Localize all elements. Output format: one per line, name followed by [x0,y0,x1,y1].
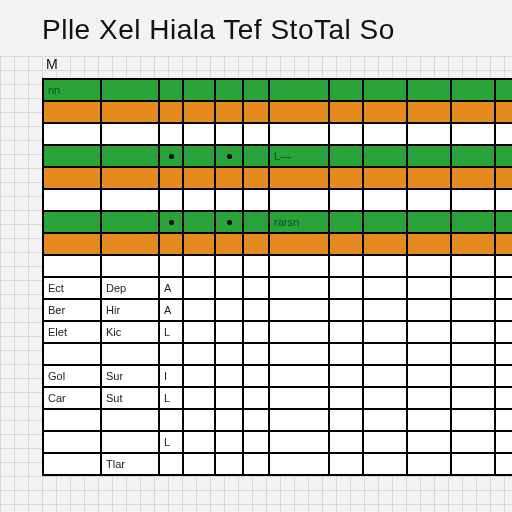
cell[interactable] [364,124,408,146]
cell[interactable] [452,278,496,300]
cell[interactable] [160,344,184,366]
cell[interactable] [44,454,102,476]
cell[interactable]: rarsn [270,212,330,234]
cell[interactable] [330,322,364,344]
table-row[interactable] [44,410,512,432]
cell[interactable] [330,344,364,366]
cell[interactable] [44,190,102,212]
cell[interactable] [102,344,160,366]
cell[interactable] [184,300,216,322]
cell[interactable] [160,190,184,212]
cell[interactable] [364,410,408,432]
cell[interactable] [244,234,270,256]
table-row[interactable]: Ect Dep A [44,278,512,300]
cell[interactable] [270,344,330,366]
cell[interactable] [102,234,160,256]
cell[interactable] [408,80,452,102]
cell[interactable]: Ect [44,278,102,300]
cell[interactable] [452,410,496,432]
cell[interactable] [244,454,270,476]
cell[interactable]: I [160,366,184,388]
cell[interactable] [184,278,216,300]
cell[interactable] [496,344,512,366]
cell[interactable] [330,102,364,124]
cell[interactable]: Ber [44,300,102,322]
cell[interactable] [496,454,512,476]
cell[interactable] [102,212,160,234]
cell[interactable] [452,344,496,366]
cell[interactable] [270,168,330,190]
cell[interactable] [216,454,244,476]
cell[interactable] [270,256,330,278]
cell[interactable] [184,190,216,212]
cell[interactable]: Car [44,388,102,410]
cell[interactable] [184,256,216,278]
cell[interactable]: nn [44,80,102,102]
cell[interactable] [160,454,184,476]
cell[interactable] [408,300,452,322]
cell[interactable] [184,80,216,102]
table-row[interactable] [44,102,512,124]
cell[interactable] [184,388,216,410]
cell[interactable] [408,410,452,432]
cell[interactable] [184,102,216,124]
cell[interactable] [102,168,160,190]
cell[interactable] [408,256,452,278]
cell[interactable] [364,300,408,322]
cell[interactable] [364,80,408,102]
cell[interactable] [452,388,496,410]
cell[interactable] [244,366,270,388]
cell[interactable] [496,146,512,168]
cell[interactable]: L [160,432,184,454]
cell[interactable]: Sur [102,366,160,388]
cell[interactable] [244,432,270,454]
cell[interactable] [244,278,270,300]
cell[interactable] [330,80,364,102]
cell[interactable] [44,168,102,190]
cell[interactable] [216,234,244,256]
table-row[interactable]: rarsn [44,212,512,234]
cell[interactable] [244,168,270,190]
cell[interactable]: L— [270,146,330,168]
cell[interactable] [496,190,512,212]
cell[interactable] [364,212,408,234]
cell[interactable] [330,366,364,388]
cell[interactable] [408,278,452,300]
cell[interactable] [160,124,184,146]
cell[interactable] [244,80,270,102]
table-row[interactable] [44,124,512,146]
table-row[interactable]: L— [44,146,512,168]
cell[interactable] [408,146,452,168]
cell[interactable] [216,190,244,212]
cell[interactable] [330,234,364,256]
cell[interactable] [44,234,102,256]
cell[interactable] [408,102,452,124]
cell[interactable] [408,234,452,256]
cell[interactable] [496,234,512,256]
cell[interactable] [496,124,512,146]
cell[interactable] [102,80,160,102]
cell[interactable] [452,366,496,388]
cell[interactable] [184,322,216,344]
cell[interactable] [270,322,330,344]
cell[interactable] [496,300,512,322]
cell[interactable] [270,124,330,146]
cell[interactable] [184,344,216,366]
cell[interactable] [408,322,452,344]
cell[interactable] [160,80,184,102]
cell[interactable] [452,300,496,322]
cell[interactable] [216,102,244,124]
cell[interactable]: Elet [44,322,102,344]
cell[interactable] [184,168,216,190]
cell[interactable]: A [160,300,184,322]
cell[interactable] [244,102,270,124]
cell[interactable] [496,256,512,278]
cell[interactable] [244,344,270,366]
cell[interactable] [452,256,496,278]
cell[interactable] [216,146,244,168]
cell[interactable] [184,212,216,234]
cell[interactable] [496,168,512,190]
cell[interactable] [102,432,160,454]
table-row[interactable] [44,234,512,256]
cell[interactable] [270,388,330,410]
